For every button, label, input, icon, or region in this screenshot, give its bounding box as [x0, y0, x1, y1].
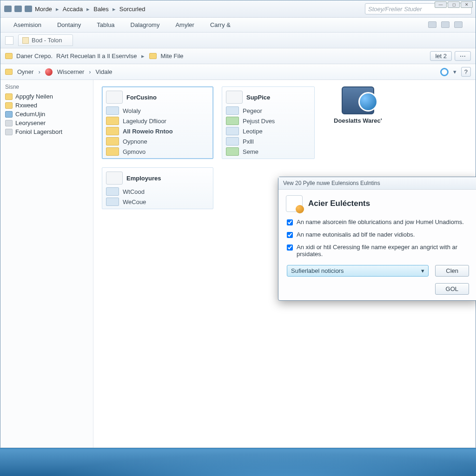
crumb-4[interactable]: Sorcurled — [119, 6, 145, 13]
status-dot-icon — [45, 68, 53, 76]
action-button[interactable]: let 2 — [430, 51, 452, 61]
menu-item[interactable]: Carry & — [210, 21, 231, 28]
tool-icon[interactable] — [441, 21, 450, 28]
item-icon — [226, 147, 239, 156]
chevron-right-icon: ▸ — [140, 53, 145, 60]
loc-seg[interactable]: Wiscerner — [57, 68, 85, 75]
tile-item[interactable]: Pxlll — [243, 138, 254, 145]
tile-item[interactable]: Lageludy Dflioor — [123, 118, 166, 125]
checkbox[interactable] — [287, 232, 293, 238]
dialog-option[interactable]: An name alsorcein file oblurications and… — [278, 216, 476, 228]
crumb-3[interactable]: Bales — [93, 6, 109, 13]
tab-strip: Bod - Tolon — [0, 33, 476, 48]
item-icon — [106, 106, 119, 115]
tab-active[interactable]: Bod - Tolon — [18, 34, 73, 46]
tile-item[interactable]: Wolaly — [123, 107, 141, 114]
page-icon[interactable] — [5, 36, 13, 45]
tile-item[interactable]: Seme — [243, 148, 258, 155]
close-button[interactable]: ✕ — [461, 1, 473, 8]
category-tile[interactable]: SupPice Pegeor Pejust Dves Leotipe Pxlll… — [222, 86, 315, 159]
dialog-heading: Acier Euléctents — [308, 199, 370, 208]
tile-item[interactable]: Gpmovo — [123, 148, 145, 155]
item-icon — [226, 106, 239, 115]
address-bar: Morde ▸ Accada ▸ Bales ▸ Sorcurled Stoey… — [0, 0, 476, 18]
path-segment[interactable]: RArt Recuelan Il a Il Eserrvlse — [56, 53, 137, 60]
tile-item[interactable]: All Roweio Rntoo — [123, 128, 173, 135]
menu-bar: Asemision Dontainy Tablua Dalagromy Amyl… — [0, 18, 476, 33]
chevron-right-icon: ▸ — [112, 6, 117, 13]
maximize-button[interactable]: ◻ — [448, 1, 460, 8]
tool-icon[interactable] — [428, 21, 436, 28]
tile-item[interactable]: Leotipe — [243, 128, 263, 135]
clear-button[interactable]: Clen — [435, 265, 469, 277]
sidebar-item-label: CedumUjin — [15, 111, 45, 118]
category-icon — [106, 172, 123, 185]
gol-button[interactable]: GOL — [435, 283, 469, 295]
tile-title: ForCusino — [126, 94, 157, 101]
chevron-down-icon: ▾ — [421, 267, 424, 274]
taskbar[interactable] — [0, 449, 476, 476]
document-icon — [22, 37, 29, 44]
view-options-button[interactable]: ⋯ — [455, 51, 471, 61]
path-segment[interactable]: Daner Crepo. — [16, 53, 53, 60]
tile-item[interactable]: WeCoue — [123, 198, 146, 205]
menu-item[interactable]: Amyler — [175, 21, 194, 28]
nav-back-icon[interactable] — [4, 6, 12, 12]
tile-title: Employures — [126, 175, 161, 182]
crumb-2[interactable]: Accada — [63, 6, 83, 13]
item-icon — [226, 127, 239, 135]
minimize-button[interactable]: — — [435, 1, 447, 8]
folder-icon — [5, 53, 13, 59]
menu-item[interactable]: Tablua — [97, 21, 114, 28]
sidebar-item[interactable]: Rxweed — [5, 101, 88, 110]
tab-label: Bod - Tolon — [32, 37, 62, 44]
tile-item[interactable]: Oypnone — [123, 138, 147, 145]
nav-up-icon[interactable] — [25, 6, 32, 12]
checkbox[interactable] — [287, 219, 293, 225]
loc-seg[interactable]: Oyner — [17, 68, 33, 75]
sidebar-item[interactable]: Foniol Lagersbort — [5, 127, 88, 136]
sidebar-item[interactable]: Leorysener — [5, 119, 88, 127]
checkbox[interactable] — [287, 245, 293, 251]
menu-item[interactable]: Dalagromy — [131, 21, 160, 28]
dropdown[interactable]: Sufierlabel noticiors ▾ — [287, 265, 429, 277]
window-controls: — ◻ ✕ — [435, 1, 473, 8]
chevron-down-icon[interactable]: ▾ — [453, 68, 456, 75]
tile-item[interactable]: Pegeor — [243, 107, 262, 114]
menu-item[interactable]: Asemision — [13, 21, 41, 28]
path-segment[interactable]: Mite File — [160, 53, 183, 60]
item-icon — [106, 147, 119, 156]
dialog-option[interactable]: An name eutonisalis ad blf tle nader vid… — [278, 228, 476, 241]
dialog-icon — [286, 195, 303, 212]
sidebar-item-label: Appgfy Neilen — [15, 93, 53, 100]
chevron-right-icon: ▸ — [86, 6, 91, 13]
loc-seg[interactable]: Vidale — [96, 68, 112, 75]
item-icon — [106, 137, 119, 145]
item-icon — [226, 137, 239, 145]
dropdown-value: Sufierlabel noticiors — [291, 267, 344, 274]
device-icon — [5, 111, 13, 118]
tile-item[interactable]: Pejust Dves — [243, 118, 275, 125]
dialog-titlebar[interactable]: Vew 20 Pylle nuwe Eulensions Eulntins — [278, 177, 476, 190]
folder-icon — [5, 120, 13, 126]
search-placeholder: Stoey/Frelier Studer — [368, 6, 422, 13]
sidebar-item[interactable]: CedumUjin — [5, 110, 88, 119]
crumb-1[interactable]: Morde — [35, 6, 52, 13]
dialog-option[interactable]: An xidi or htil Ceressing file name expe… — [278, 241, 476, 260]
tool-icon[interactable] — [454, 21, 463, 28]
refresh-icon[interactable] — [440, 68, 449, 76]
nav-fwd-icon[interactable] — [14, 6, 22, 12]
item-icon — [106, 187, 119, 196]
category-tile[interactable]: ForCusino Wolaly Lageludy Dflioor All Ro… — [102, 86, 213, 159]
help-button[interactable]: ? — [461, 67, 471, 77]
location-bar: Oyner › Wiscerner › Vidale ▾ ? — [0, 64, 476, 80]
category-tile[interactable]: Employures WtCood WeCoue — [102, 167, 213, 209]
tile-title: SupPice — [246, 94, 270, 101]
category-icon — [106, 91, 123, 104]
menu-item[interactable]: Dontainy — [57, 21, 81, 28]
chevron-right-icon: › — [89, 68, 91, 75]
app-shortcut[interactable]: Doeslatts Warec' — [323, 86, 393, 159]
sidebar-item[interactable]: Appgfy Neilen — [5, 92, 88, 101]
item-icon — [106, 127, 119, 135]
tile-item[interactable]: WtCood — [123, 188, 145, 195]
